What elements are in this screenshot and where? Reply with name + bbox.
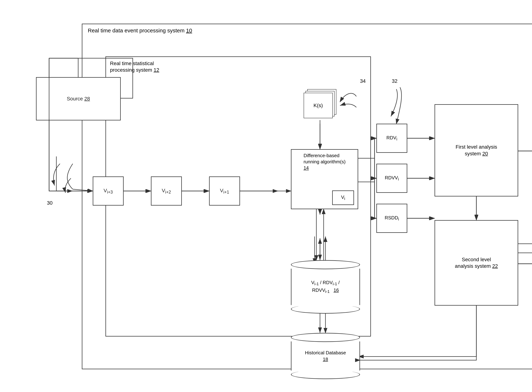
vi-inner-box: Vi (332, 191, 354, 205)
vi-db-bottom-ellipse (291, 304, 360, 314)
hist-database: Historical Database18 (291, 333, 360, 379)
ks-paper-1: K(s) (304, 93, 333, 118)
vi-database: Vi-1 / RDVi-1 /RDVVi-1 16 (291, 260, 360, 314)
rdvvi-box: RDVVi (376, 164, 407, 193)
rdvi-label: RDVi (386, 135, 397, 142)
vi2-label: Vi+2 (162, 187, 171, 195)
vi2-box: Vi+2 (151, 177, 182, 205)
label-34: 34 (360, 78, 366, 84)
ks-stack: K(s) (304, 89, 340, 122)
hist-db-label: Historical Database18 (305, 350, 346, 363)
diff-algo-number: 14 (303, 165, 309, 171)
first-level-label: First level analysissystem 20 (456, 144, 497, 157)
rtsp-system-label: Real time statisticalprocessing system 1… (110, 60, 159, 74)
vi-db-top-ellipse (291, 260, 360, 269)
vi-db-body: Vi-1 / RDVi-1 /RDVVi-1 16 (291, 269, 360, 305)
rtsp-number: 12 (154, 67, 159, 73)
label-32: 32 (392, 78, 398, 84)
source-number: 28 (84, 96, 90, 102)
second-level-label: Second levelanalysis system 22 (455, 256, 498, 270)
rdvi-box: RDVi (376, 124, 407, 153)
label-30: 30 (47, 200, 53, 206)
vi3-label: Vi+3 (104, 187, 113, 195)
diff-algo-label: Difference-basedrunning algorithm(s) 14 (303, 153, 345, 171)
vi-inner-label: Vi (341, 194, 345, 201)
hist-db-bottom-ellipse (291, 370, 360, 379)
rsddi-label: RSDDi (385, 215, 399, 222)
source-label: Source 28 (67, 95, 90, 102)
second-level-box: Second levelanalysis system 22 (435, 220, 518, 306)
rsddi-box: RSDDi (376, 204, 407, 233)
hist-db-top-ellipse (291, 333, 360, 342)
diff-algo-box: Difference-basedrunning algorithm(s) 14 … (291, 149, 358, 209)
outer-system-number: 10 (186, 28, 192, 33)
outer-system-label: Real time data event processing system 1… (88, 28, 192, 34)
vi3-box: Vi+3 (93, 177, 124, 205)
ks-label: K(s) (314, 103, 323, 108)
rdvvi-label: RDVVi (385, 175, 399, 182)
vi1-label: Vi+1 (220, 187, 229, 195)
vi1-box: Vi+1 (209, 177, 240, 205)
source-box: Source 28 (36, 77, 121, 120)
vi-db-label: Vi-1 / RDVi-1 /RDVVi-1 16 (311, 279, 340, 294)
hist-db-body: Historical Database18 (291, 341, 360, 371)
first-level-box: First level analysissystem 20 (435, 104, 518, 196)
